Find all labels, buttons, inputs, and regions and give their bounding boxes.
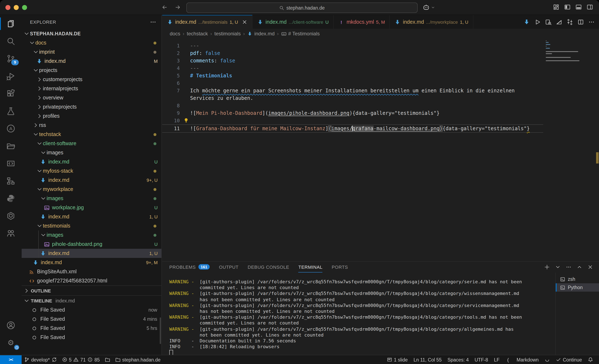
tree-root[interactable]: STEPHAN.HADAN.DE <box>22 29 161 38</box>
sidebar-scrollbar[interactable] <box>160 317 161 344</box>
breadcrumb-item[interactable]: docs <box>170 31 180 37</box>
lightbulb-icon[interactable] <box>184 118 189 123</box>
tree-item-index.md[interactable]: index.md1, U <box>22 249 161 258</box>
terminal-instance-python[interactable]: Python <box>556 283 599 292</box>
open-preview-icon[interactable] <box>545 18 552 25</box>
activity-hierarchy-icon[interactable] <box>0 172 22 190</box>
minimap[interactable] <box>546 40 595 62</box>
chevron-down-icon[interactable] <box>555 264 561 270</box>
tree-item-profiles[interactable]: profiles <box>22 112 161 121</box>
tree-item-BingSiteAuth.xml[interactable]: BingSiteAuth.xml <box>22 267 161 276</box>
activity-beaker-icon[interactable] <box>0 102 22 120</box>
tree-item-rss[interactable]: rss <box>22 121 161 130</box>
breadcrumb-item[interactable]: techstack <box>187 31 208 37</box>
panel-tab-problems[interactable]: PROBLEMS161 <box>169 262 210 273</box>
tree-item-index.md[interactable]: index.md9+, U <box>22 176 161 185</box>
tree-item-index.md[interactable]: index.mdU <box>22 157 161 166</box>
timeline-item[interactable]: File Savednow <box>22 305 161 314</box>
tree-item-internalprojects[interactable]: internalprojects <box>22 84 161 93</box>
tree-item-myfoss-stack[interactable]: myfoss-stack <box>22 166 161 176</box>
language-mode[interactable]: Markdown <box>514 355 541 364</box>
timeline-item[interactable]: File Saved5 hrs <box>22 324 161 333</box>
back-icon[interactable] <box>161 4 168 10</box>
chevron-down-icon[interactable] <box>431 5 435 9</box>
command-center[interactable]: stephan.hadan.de <box>186 2 418 13</box>
kebab-icon[interactable] <box>566 264 572 270</box>
workspace-name[interactable]: stephan.hadan.de <box>113 355 163 364</box>
activity-files-icon[interactable] <box>0 15 22 32</box>
panel-tab-terminal[interactable]: TERMINAL <box>299 262 323 273</box>
tree-item-privateprojects[interactable]: privateprojects <box>22 102 161 112</box>
activity-a-circle-icon[interactable]: A <box>0 120 22 137</box>
more-actions-icon[interactable] <box>150 19 156 25</box>
terminal-instance-zsh[interactable]: zsh <box>556 275 599 283</box>
tree-item-client-software[interactable]: client-software <box>22 139 161 148</box>
activity-live-server-icon[interactable] <box>0 155 22 172</box>
panel-tab-output[interactable]: OUTPUT <box>219 262 238 273</box>
chat-icon[interactable] <box>423 4 430 11</box>
zoom-button[interactable] <box>22 5 27 10</box>
tree-item-workplace.jpg[interactable]: workplace.jpgU <box>22 203 161 212</box>
editor[interactable]: 1---2pdf: false3comments: false4---5# Te… <box>162 39 599 261</box>
plus-icon[interactable] <box>544 264 550 270</box>
outline-section-header[interactable]: OUTLINE <box>22 285 161 295</box>
timeline-item[interactable]: File Saved4 mins <box>22 314 161 324</box>
tree-item-techstack[interactable]: techstack <box>22 130 161 139</box>
more-actions-icon[interactable] <box>588 18 595 25</box>
tree-item-docs[interactable]: docs <box>22 38 161 47</box>
forward-icon[interactable] <box>175 4 181 10</box>
terminal-output[interactable]: WARNING - [git-authors-plugin] /var/fold… <box>162 273 555 355</box>
activity-python-icon[interactable] <box>0 190 22 207</box>
breadcrumb-item[interactable]: index.md <box>247 31 274 37</box>
tree-item-customerprojects[interactable]: customerprojects <box>22 75 161 84</box>
activity-source-control-icon[interactable]: 9 <box>0 50 22 67</box>
split-editor-icon[interactable] <box>577 18 584 25</box>
breadcrumb-item[interactable]: abc# Testimonials <box>281 31 320 37</box>
tree-item-images[interactable]: images <box>22 231 161 240</box>
tab-mkdocs.yml[interactable]: !mkdocs.yml5, M <box>334 15 390 29</box>
cursor-position[interactable]: Ln 11, Col 55 <box>411 355 444 364</box>
tree-item-index.md[interactable]: index.md9+, M <box>22 258 161 267</box>
timeline-section-header[interactable]: TIMELINE index.md <box>22 295 161 305</box>
markdownlint-icon[interactable] <box>556 18 562 25</box>
activity-hexagon-icon[interactable] <box>0 207 22 225</box>
layout-grid-icon[interactable] <box>553 4 559 10</box>
close-icon[interactable] <box>587 264 593 270</box>
tree-item-images[interactable]: images <box>22 148 161 157</box>
activity-people-icon[interactable] <box>0 225 22 242</box>
panel-bottom-icon[interactable] <box>575 4 582 10</box>
slide-count[interactable]: 1 slide <box>384 355 410 364</box>
git-branch[interactable]: develop* <box>22 355 60 364</box>
tab-index.md[interactable]: index.md.../myworkplace1, U <box>390 15 473 29</box>
tab-index.md[interactable]: index.md.../testimonials1, U <box>162 15 253 29</box>
tree-item-index.md[interactable]: index.md1, U <box>22 212 161 221</box>
close-icon[interactable] <box>242 19 247 25</box>
tree-item-pihole-dashboard.png[interactable]: pihole-dashboard.pngU <box>22 240 161 249</box>
remote-indicator[interactable]: >< <box>0 355 22 364</box>
tree-item-myworkplace[interactable]: myworkplace <box>22 185 161 194</box>
tree-item-index.md[interactable]: index.mdM <box>22 57 161 66</box>
activity-extensions-icon[interactable] <box>0 85 22 102</box>
activity-gear-icon[interactable]: ⚙ <box>0 334 22 352</box>
panel-right-icon[interactable] <box>587 4 593 10</box>
activity-run-debug-icon[interactable] <box>0 67 22 85</box>
run-icon[interactable] <box>534 18 541 25</box>
md-download-icon[interactable] <box>523 18 530 25</box>
compare-changes-icon[interactable] <box>567 18 573 25</box>
activity-account-icon[interactable] <box>0 317 22 334</box>
tree-item-imprint[interactable]: imprint <box>22 47 161 57</box>
timeline-item[interactable]: File Saved <box>22 333 161 342</box>
tree-item-images[interactable]: images <box>22 194 161 203</box>
minimize-button[interactable] <box>14 5 19 10</box>
tree-item-overview[interactable]: overview <box>22 93 161 102</box>
tree-item-googlef727264f56832057.html[interactable]: googlef727264f56832057.html <box>22 276 161 285</box>
panel-tab-ports[interactable]: PORTS <box>332 262 348 273</box>
spinner-indicator[interactable] <box>542 355 552 364</box>
indentation[interactable]: Spaces: 4 <box>445 355 471 364</box>
tree-item-testimonials[interactable]: testimonials <box>22 221 161 231</box>
continue-button[interactable]: Continue <box>553 355 584 364</box>
folder-button[interactable] <box>102 355 113 364</box>
paren-indicator[interactable]: ( <box>503 355 513 364</box>
panel-left-icon[interactable] <box>564 4 571 10</box>
tab-index.md[interactable]: index.md.../client-softwareU <box>253 15 334 29</box>
